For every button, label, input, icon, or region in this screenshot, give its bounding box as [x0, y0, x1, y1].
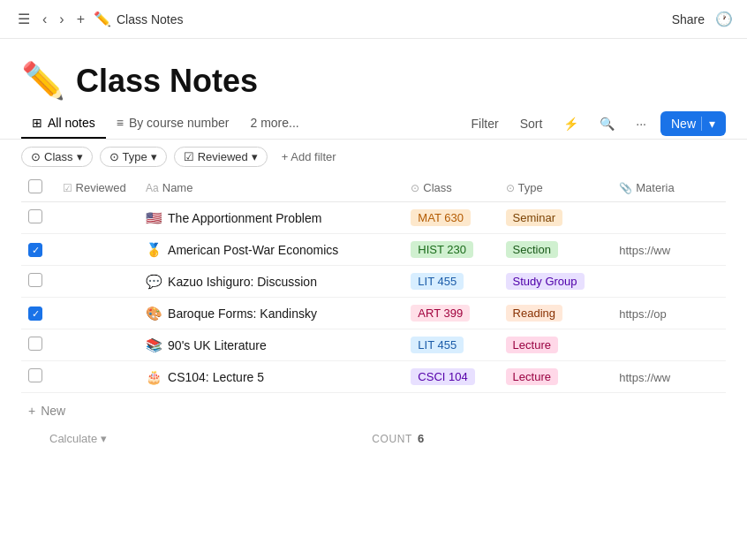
row-check-cell[interactable]: [21, 298, 56, 329]
row-class-badge: CSCI 104: [411, 368, 474, 385]
row-type-badge: Section: [506, 241, 558, 258]
tabs-row: ⊞ All notes ≡ By course number 2 more...…: [0, 109, 747, 140]
row-material-link[interactable]: https://ww: [619, 371, 670, 384]
row-type-cell[interactable]: Study Group: [499, 266, 613, 298]
add-page-icon[interactable]: +: [73, 10, 88, 29]
table-row: 🎨 Baroque Forms: Kandinsky ART 399 Readi…: [21, 298, 726, 329]
type-filter-label: Type: [123, 150, 147, 163]
more-options-button[interactable]: ···: [629, 113, 653, 134]
row-type-cell[interactable]: Reading: [499, 298, 613, 329]
class-filter-icon: ⊙: [31, 150, 41, 163]
row-name-cell[interactable]: 🎨 Baroque Forms: Kandinsky: [139, 298, 404, 329]
row-type-cell[interactable]: Section: [499, 234, 613, 266]
class-col-label: Class: [423, 181, 452, 194]
th-type[interactable]: ⊙ Type: [499, 174, 613, 202]
type-filter[interactable]: ⊙ Type ▾: [100, 147, 167, 167]
row-type-cell[interactable]: Seminar: [499, 202, 613, 234]
row-checkbox[interactable]: [28, 273, 42, 287]
new-row-plus-icon: +: [28, 404, 35, 418]
row-check-cell[interactable]: [21, 234, 56, 266]
row-class-cell[interactable]: CSCI 104: [404, 361, 498, 393]
new-button-arrow[interactable]: ▾: [701, 117, 715, 131]
reviewed-filter-icon: ☑: [184, 150, 194, 163]
row-class-badge: ART 399: [411, 305, 470, 322]
calculate-row: Calculate ▾ COUNT 6: [0, 428, 747, 449]
class-col-icon: ⊙: [411, 182, 419, 194]
lightning-button[interactable]: ⚡: [556, 113, 585, 134]
row-class-cell[interactable]: MAT 630: [404, 202, 498, 234]
add-filter-button[interactable]: + Add filter: [275, 148, 343, 166]
row-class-cell[interactable]: ART 399: [404, 298, 498, 329]
share-button[interactable]: Share: [672, 12, 705, 26]
tab-more[interactable]: 2 more...: [239, 109, 309, 139]
row-type-badge: Study Group: [506, 273, 585, 290]
row-name-cell[interactable]: 💬 Kazuo Ishiguro: Discussion: [139, 266, 404, 298]
new-button-label: New: [671, 117, 696, 131]
tab-by-course[interactable]: ≡ By course number: [106, 109, 240, 139]
reviewed-filter[interactable]: ☑ Reviewed ▾: [174, 147, 268, 167]
th-class[interactable]: ⊙ Class: [404, 174, 498, 202]
th-reviewed[interactable]: ☑ Reviewed: [56, 174, 139, 202]
row-checkbox[interactable]: [28, 306, 42, 321]
row-name-cell[interactable]: 🇺🇸 The Apportionment Problem: [139, 202, 404, 234]
row-name-cell[interactable]: 📚 90's UK Literature: [139, 329, 404, 361]
sort-button[interactable]: Sort: [513, 113, 550, 134]
row-type-badge: Seminar: [506, 209, 562, 226]
row-type-badge: Reading: [506, 305, 562, 322]
class-filter[interactable]: ⊙ Class ▾: [21, 147, 93, 167]
row-checkbox[interactable]: [28, 368, 42, 382]
row-type-cell[interactable]: Lecture: [499, 361, 613, 393]
row-emoji: 🎂: [146, 369, 162, 385]
row-name-text: 90's UK Literature: [168, 338, 267, 352]
row-material-link[interactable]: https://op: [619, 307, 666, 321]
row-material-cell: https://op: [612, 298, 726, 329]
row-material-link[interactable]: https://ww: [619, 244, 670, 257]
row-name-text: The Apportionment Problem: [168, 211, 321, 225]
reviewed-filter-chevron: ▾: [252, 150, 258, 163]
new-button[interactable]: New ▾: [660, 111, 726, 136]
top-bar-left: ☰ ‹ › + ✏️ Class Notes: [14, 9, 665, 29]
row-emoji: 🥇: [146, 242, 162, 258]
row-reviewed-cell: [56, 266, 139, 298]
row-name-text: American Post-War Economics: [168, 243, 338, 257]
notes-table: ☑ Reviewed Aa Name ⊙ Class: [0, 174, 747, 393]
row-checkbox[interactable]: [28, 243, 42, 257]
row-check-cell[interactable]: [21, 266, 56, 298]
menu-icon[interactable]: ☰: [14, 9, 34, 29]
row-checkbox[interactable]: [28, 209, 42, 223]
material-col-label: Materia: [636, 181, 674, 194]
type-col-label: Type: [518, 181, 543, 194]
th-name[interactable]: Aa Name: [139, 174, 404, 202]
tab-all-notes[interactable]: ⊞ All notes: [21, 109, 106, 139]
th-material[interactable]: 📎 Materia: [612, 174, 726, 202]
row-material-cell: [612, 329, 726, 361]
row-material-cell: [612, 266, 726, 298]
search-button[interactable]: 🔍: [592, 113, 622, 134]
new-row-button[interactable]: + New: [21, 400, 72, 421]
material-col-icon: 📎: [619, 182, 632, 194]
row-class-cell[interactable]: LIT 455: [404, 329, 498, 361]
filter-button[interactable]: Filter: [464, 113, 506, 134]
history-icon[interactable]: 🕐: [715, 11, 733, 27]
row-material-cell: https://ww: [612, 361, 726, 393]
row-checkbox[interactable]: [28, 337, 42, 351]
row-emoji: 💬: [146, 274, 162, 290]
row-check-cell[interactable]: [21, 361, 56, 393]
row-class-cell[interactable]: LIT 455: [404, 266, 498, 298]
row-check-cell[interactable]: [21, 329, 56, 361]
filter-row: ⊙ Class ▾ ⊙ Type ▾ ☑ Reviewed ▾ + Add fi…: [0, 140, 747, 174]
tab-more-label: 2 more...: [250, 116, 298, 130]
row-check-cell[interactable]: [21, 202, 56, 234]
row-type-cell[interactable]: Lecture: [499, 329, 613, 361]
add-filter-label: + Add filter: [282, 150, 336, 163]
calculate-button[interactable]: Calculate ▾: [49, 432, 107, 445]
back-icon[interactable]: ‹: [39, 10, 50, 29]
th-checkbox[interactable]: [21, 174, 56, 202]
row-name-cell[interactable]: 🎂 CS104: Lecture 5: [139, 361, 404, 393]
row-class-cell[interactable]: HIST 230: [404, 234, 498, 266]
row-name-cell[interactable]: 🥇 American Post-War Economics: [139, 234, 404, 266]
row-type-badge: Lecture: [506, 368, 558, 385]
forward-icon[interactable]: ›: [56, 10, 67, 29]
select-all-checkbox[interactable]: [28, 179, 42, 193]
row-type-badge: Lecture: [506, 337, 558, 353]
